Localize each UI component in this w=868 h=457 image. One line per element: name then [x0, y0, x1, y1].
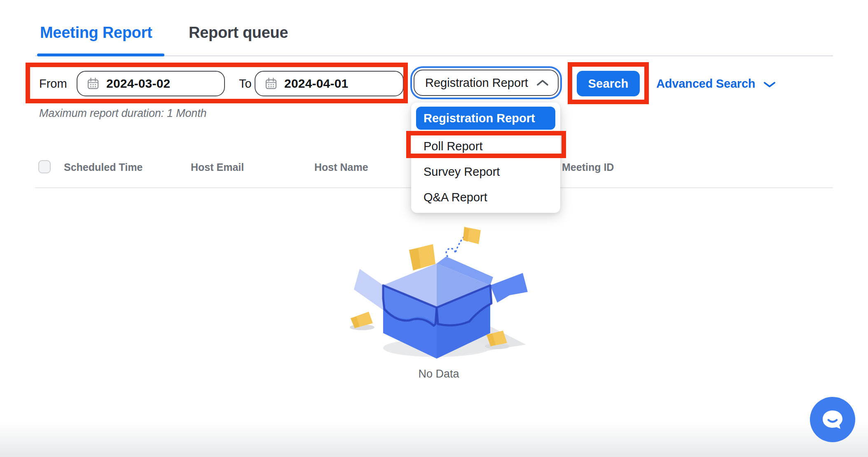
column-header-scheduled-time: Scheduled Time: [64, 161, 143, 173]
column-header-meeting-id: Meeting ID: [562, 161, 614, 173]
bottom-fade: [0, 422, 868, 457]
option-registration-report[interactable]: Registration Report: [416, 107, 555, 130]
option-poll-report[interactable]: Poll Report: [411, 135, 560, 158]
column-header-host-email: Host Email: [191, 161, 244, 173]
calendar-icon: [87, 77, 100, 90]
chat-bubble-icon: [819, 406, 846, 433]
report-type-selected-value: Registration Report: [425, 76, 528, 90]
from-label: From: [39, 71, 67, 96]
column-header-host-name: Host Name: [314, 161, 368, 173]
option-qa-report[interactable]: Q&A Report: [411, 186, 560, 209]
report-type-dropdown-menu: Registration Report Poll Report Survey R…: [411, 103, 560, 213]
open-box-illustration: [348, 224, 529, 360]
active-tab-underline: [37, 54, 164, 56]
chevron-up-icon: [536, 79, 549, 86]
no-data-label: No Data: [348, 368, 529, 380]
select-all-checkbox[interactable]: [38, 160, 51, 173]
from-date-input[interactable]: 2024-03-02: [77, 71, 225, 96]
advanced-search-label: Advanced Search: [656, 77, 755, 91]
chevron-down-icon: [763, 81, 776, 89]
max-duration-note: Maximum report duration: 1 Month: [39, 107, 206, 120]
report-type-select[interactable]: Registration Report: [414, 70, 559, 96]
tab-report-queue[interactable]: Report queue: [189, 24, 288, 42]
empty-state: No Data: [348, 224, 529, 380]
search-button[interactable]: Search: [577, 71, 640, 96]
from-date-value: 2024-03-02: [106, 77, 170, 91]
to-date-value: 2024-04-01: [284, 77, 348, 91]
option-survey-report[interactable]: Survey Report: [411, 160, 560, 183]
calendar-icon: [264, 77, 278, 90]
to-label: To: [239, 71, 252, 96]
meeting-report-page: Meeting Report Report queue From 2024-03…: [0, 0, 868, 457]
to-date-input[interactable]: 2024-04-01: [255, 71, 404, 96]
advanced-search-link[interactable]: Advanced Search: [656, 71, 776, 96]
chat-fab-button[interactable]: [810, 397, 855, 442]
tab-meeting-report[interactable]: Meeting Report: [40, 24, 152, 42]
